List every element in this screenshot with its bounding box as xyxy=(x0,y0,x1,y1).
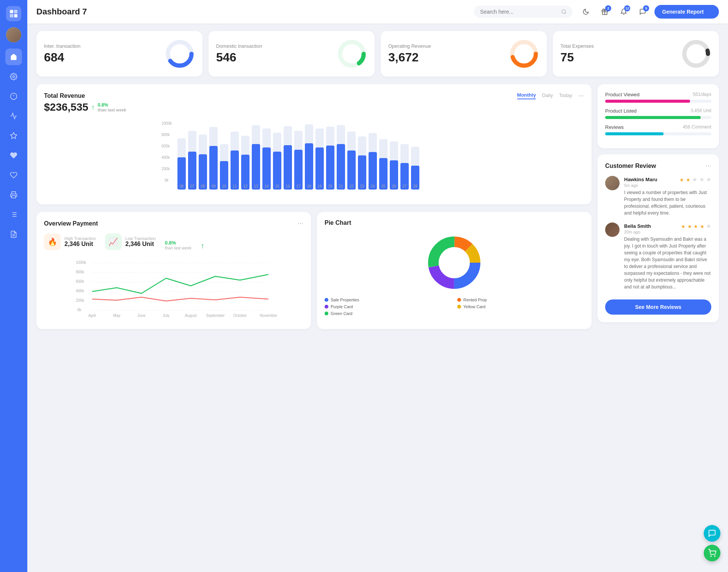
tab-monthly[interactable]: Monthly xyxy=(517,92,536,99)
donut-chart-2 xyxy=(337,39,367,69)
star-1-5: ★ xyxy=(706,176,711,183)
generate-report-button[interactable]: Generate Report xyxy=(654,5,719,19)
legend-rented-prop: Rented Prop xyxy=(457,298,584,302)
donut-chart-1 xyxy=(165,39,195,69)
svg-text:23: 23 xyxy=(360,184,364,188)
stat-bar-fill-3 xyxy=(605,132,664,135)
low-transaction-icon: 📈 xyxy=(105,234,122,250)
sidebar-item-heart-outline[interactable] xyxy=(5,167,22,183)
star-1-4: ★ xyxy=(699,176,704,183)
sidebar-item-heart[interactable] xyxy=(5,147,22,164)
sidebar-item-settings[interactable] xyxy=(5,68,22,85)
stat-card-value-2: 546 xyxy=(216,50,262,64)
stat-card-info-2: Domestic transaction 546 xyxy=(216,43,262,64)
svg-rect-2 xyxy=(10,14,13,17)
high-transaction-value: 2,346 Unit xyxy=(64,241,96,248)
low-transaction-info: Low Transaction 2,346 Unit xyxy=(126,236,156,248)
review-text-2: Dealing with Syamsudin and Bakri was a j… xyxy=(624,236,711,290)
legend-dot-green xyxy=(325,312,328,315)
star-2-4: ★ xyxy=(700,224,704,229)
overview-up-arrow: ↑ xyxy=(201,241,204,250)
svg-point-131 xyxy=(711,556,711,556)
revenue-change-label: than last week xyxy=(98,108,126,112)
overview-more-button[interactable]: ··· xyxy=(298,219,303,227)
svg-text:17: 17 xyxy=(296,184,301,188)
sidebar-item-document[interactable] xyxy=(5,226,22,243)
float-cart-button[interactable] xyxy=(704,545,720,561)
stat-bar-value-3: 456 Comment xyxy=(683,124,711,130)
high-transaction-label: High Transaction xyxy=(64,236,96,241)
svg-text:0k: 0k xyxy=(165,178,169,182)
tab-today[interactable]: Today xyxy=(559,92,572,99)
review-more-button[interactable]: ··· xyxy=(706,162,711,170)
revenue-more-button[interactable]: ··· xyxy=(578,92,584,100)
search-input[interactable] xyxy=(480,9,558,15)
sidebar-avatar[interactable] xyxy=(6,27,21,42)
legend-label-purple: Purple Card xyxy=(331,304,353,309)
svg-text:08: 08 xyxy=(201,184,205,188)
main-bottom-grid: Total Revenue Monthly Daily Today ··· $2… xyxy=(36,84,719,329)
svg-text:09: 09 xyxy=(211,184,216,188)
sidebar-item-print[interactable] xyxy=(5,186,22,203)
svg-rect-64 xyxy=(231,150,239,190)
sidebar-item-info[interactable] xyxy=(5,88,22,105)
review-text-1: I viewed a number of properties with Jus… xyxy=(624,189,711,216)
overview-change-label: than last week xyxy=(165,246,191,250)
svg-text:16: 16 xyxy=(286,184,290,188)
legend-dot-yellow xyxy=(457,305,461,309)
sidebar-item-list[interactable] xyxy=(5,206,22,223)
chat-badge: 5 xyxy=(643,5,649,11)
sidebar-item-home[interactable] xyxy=(5,49,22,65)
svg-text:400k: 400k xyxy=(162,155,170,160)
bell-button[interactable]: 12 xyxy=(617,5,631,19)
svg-text:800k: 800k xyxy=(76,270,85,274)
revenue-value: $236,535 xyxy=(44,101,88,113)
svg-point-4 xyxy=(13,76,15,78)
svg-text:September: September xyxy=(206,313,225,318)
stat-card-label-3: Operating Revenue xyxy=(388,43,431,49)
chat-button[interactable]: 5 xyxy=(635,5,650,19)
bar-chart: 1000k 800k 600k 400k 200k 0k xyxy=(44,119,584,195)
generate-report-label: Generate Report xyxy=(662,9,704,15)
tab-daily[interactable]: Daily xyxy=(542,92,553,99)
svg-text:13: 13 xyxy=(254,184,258,188)
support-icon xyxy=(708,529,716,538)
legend-purple-card: Purple Card xyxy=(325,304,451,309)
high-transaction-info: High Transaction 2,346 Unit xyxy=(64,236,96,248)
svg-rect-68 xyxy=(273,152,281,190)
sidebar-logo[interactable] xyxy=(6,6,21,21)
svg-text:200k: 200k xyxy=(76,298,85,302)
svg-point-132 xyxy=(714,556,715,556)
svg-rect-9 xyxy=(12,196,16,198)
svg-text:10: 10 xyxy=(222,184,226,188)
svg-text:June: June xyxy=(137,313,146,318)
float-support-button[interactable] xyxy=(704,525,720,542)
stat-bar-fill-2 xyxy=(605,116,701,119)
review-time-2: 20m ago xyxy=(624,230,711,234)
header-icons: 2 12 5 Generate Report xyxy=(579,5,719,19)
stat-bar-reviews: Reviews 456 Comment xyxy=(605,124,711,135)
svg-text:600k: 600k xyxy=(162,144,170,148)
stat-card-value-4: 75 xyxy=(560,50,594,64)
review-meta-2: Bella Smith ★ ★ ★ ★ ★ xyxy=(624,223,711,230)
overview-header: Overview Payment ··· xyxy=(44,219,303,227)
star-1-3: ★ xyxy=(692,176,697,183)
revenue-change: 0.8% than last week xyxy=(98,102,126,112)
svg-text:12: 12 xyxy=(243,184,248,188)
stat-card-label-4: Total Expenses xyxy=(560,43,594,49)
review-title: Customer Review xyxy=(605,163,656,169)
dark-mode-button[interactable] xyxy=(579,5,593,19)
stat-card-info-3: Operating Revenue 3,672 xyxy=(388,43,431,64)
legend-dot-rented xyxy=(457,298,461,302)
search-box[interactable] xyxy=(474,6,573,18)
legend-green-card: Green Card xyxy=(325,311,451,316)
stat-bar-label-1: Product Viewed xyxy=(605,92,640,97)
svg-line-19 xyxy=(565,13,566,14)
review-name-2: Bella Smith xyxy=(624,223,651,229)
page-title: Dashboard 7 xyxy=(36,7,468,17)
sidebar-item-analytics[interactable] xyxy=(5,108,22,124)
gift-button[interactable]: 2 xyxy=(598,5,612,19)
sidebar-item-star[interactable] xyxy=(5,127,22,144)
see-more-reviews-button[interactable]: See More Reviews xyxy=(605,299,711,315)
legend-label-sale: Sale Properties xyxy=(331,298,359,302)
